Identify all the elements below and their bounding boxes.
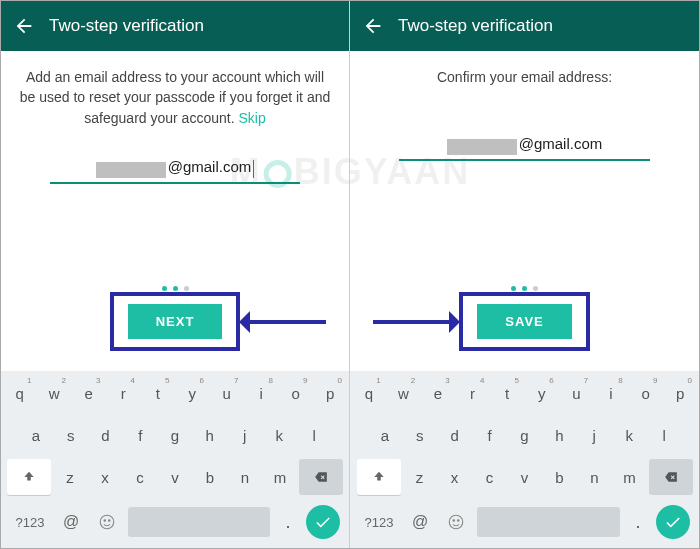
annotation-arrow-icon: [246, 320, 326, 324]
next-button[interactable]: NEXT: [128, 304, 223, 339]
page-indicator: [1, 286, 349, 291]
key-y[interactable]: y6: [526, 375, 558, 411]
svg-point-0: [100, 515, 114, 529]
key-o[interactable]: o9: [280, 375, 312, 411]
symbols-key[interactable]: ?123: [359, 506, 399, 538]
page-indicator: [350, 286, 699, 291]
space-key[interactable]: [128, 507, 270, 537]
key-a[interactable]: a: [20, 417, 52, 453]
key-b[interactable]: b: [544, 459, 576, 495]
key-n[interactable]: n: [579, 459, 611, 495]
content-area: Confirm your email address: @gmail.com S…: [350, 51, 699, 371]
backspace-key[interactable]: [649, 459, 693, 495]
shift-key[interactable]: [7, 459, 51, 495]
key-j[interactable]: j: [578, 417, 610, 453]
key-t[interactable]: t5: [142, 375, 174, 411]
content-area: Add an email address to your account whi…: [1, 51, 349, 371]
text-cursor: [253, 160, 254, 178]
key-l[interactable]: l: [298, 417, 330, 453]
svg-point-3: [449, 515, 463, 529]
screen-add-email: Two-step verification Add an email addre…: [1, 1, 350, 548]
key-g[interactable]: g: [509, 417, 541, 453]
emoji-key[interactable]: [92, 506, 122, 538]
key-v[interactable]: v: [159, 459, 191, 495]
key-d[interactable]: d: [439, 417, 471, 453]
key-k[interactable]: k: [263, 417, 295, 453]
key-h[interactable]: h: [543, 417, 575, 453]
enter-key[interactable]: [656, 505, 690, 539]
key-s[interactable]: s: [55, 417, 87, 453]
appbar-title: Two-step verification: [49, 16, 204, 36]
key-k[interactable]: k: [613, 417, 645, 453]
appbar-title: Two-step verification: [398, 16, 553, 36]
back-icon[interactable]: [13, 15, 35, 37]
key-p[interactable]: p0: [315, 375, 347, 411]
key-r[interactable]: r4: [108, 375, 140, 411]
key-e[interactable]: e3: [73, 375, 105, 411]
key-x[interactable]: x: [89, 459, 121, 495]
key-s[interactable]: s: [404, 417, 436, 453]
instruction-text: Confirm your email address:: [368, 67, 681, 87]
key-g[interactable]: g: [159, 417, 191, 453]
key-z[interactable]: z: [54, 459, 86, 495]
key-h[interactable]: h: [194, 417, 226, 453]
email-visible-text: @gmail.com: [168, 156, 252, 178]
redacted-email-prefix: [96, 162, 166, 178]
key-b[interactable]: b: [194, 459, 226, 495]
key-i[interactable]: i8: [595, 375, 627, 411]
email-field[interactable]: @gmail.com: [50, 156, 300, 184]
emoji-key[interactable]: [441, 506, 471, 538]
skip-link[interactable]: Skip: [238, 110, 265, 126]
key-o[interactable]: o9: [630, 375, 662, 411]
key-c[interactable]: c: [474, 459, 506, 495]
key-p[interactable]: p0: [664, 375, 696, 411]
symbols-key[interactable]: ?123: [10, 506, 50, 538]
key-m[interactable]: m: [614, 459, 646, 495]
space-key[interactable]: [477, 507, 620, 537]
key-f[interactable]: f: [474, 417, 506, 453]
key-r[interactable]: r4: [457, 375, 489, 411]
key-l[interactable]: l: [648, 417, 680, 453]
period-key[interactable]: .: [626, 512, 650, 533]
key-u[interactable]: u7: [561, 375, 593, 411]
key-a[interactable]: a: [369, 417, 401, 453]
enter-key[interactable]: [306, 505, 340, 539]
redacted-email-prefix: [447, 139, 517, 155]
key-m[interactable]: m: [264, 459, 296, 495]
key-j[interactable]: j: [229, 417, 261, 453]
key-w[interactable]: w2: [39, 375, 71, 411]
key-t[interactable]: t5: [491, 375, 523, 411]
svg-point-4: [453, 520, 455, 522]
key-q[interactable]: q1: [4, 375, 36, 411]
key-v[interactable]: v: [509, 459, 541, 495]
svg-point-5: [458, 520, 460, 522]
svg-point-2: [109, 520, 111, 522]
email-field[interactable]: @gmail.com: [399, 133, 649, 161]
key-e[interactable]: e3: [422, 375, 454, 411]
key-f[interactable]: f: [124, 417, 156, 453]
at-key[interactable]: @: [405, 506, 435, 538]
screen-confirm-email: Two-step verification Confirm your email…: [350, 1, 699, 548]
key-u[interactable]: u7: [211, 375, 243, 411]
svg-point-1: [104, 520, 106, 522]
key-z[interactable]: z: [404, 459, 436, 495]
key-n[interactable]: n: [229, 459, 261, 495]
save-button[interactable]: SAVE: [477, 304, 571, 339]
backspace-key[interactable]: [299, 459, 343, 495]
shift-key[interactable]: [357, 459, 401, 495]
back-icon[interactable]: [362, 15, 384, 37]
key-y[interactable]: y6: [177, 375, 209, 411]
soft-keyboard[interactable]: q1w2e3r4t5y6u7i8o9p0asdfghjklzxcvbnm?123…: [1, 371, 349, 548]
at-key[interactable]: @: [56, 506, 86, 538]
key-d[interactable]: d: [90, 417, 122, 453]
period-key[interactable]: .: [276, 512, 300, 533]
appbar: Two-step verification: [1, 1, 349, 51]
key-i[interactable]: i8: [246, 375, 278, 411]
soft-keyboard[interactable]: q1w2e3r4t5y6u7i8o9p0asdfghjklzxcvbnm?123…: [350, 371, 699, 548]
key-q[interactable]: q1: [353, 375, 385, 411]
key-x[interactable]: x: [439, 459, 471, 495]
instruction-text: Add an email address to your account whi…: [19, 67, 331, 128]
annotation-frame: NEXT: [110, 292, 241, 351]
key-c[interactable]: c: [124, 459, 156, 495]
key-w[interactable]: w2: [388, 375, 420, 411]
